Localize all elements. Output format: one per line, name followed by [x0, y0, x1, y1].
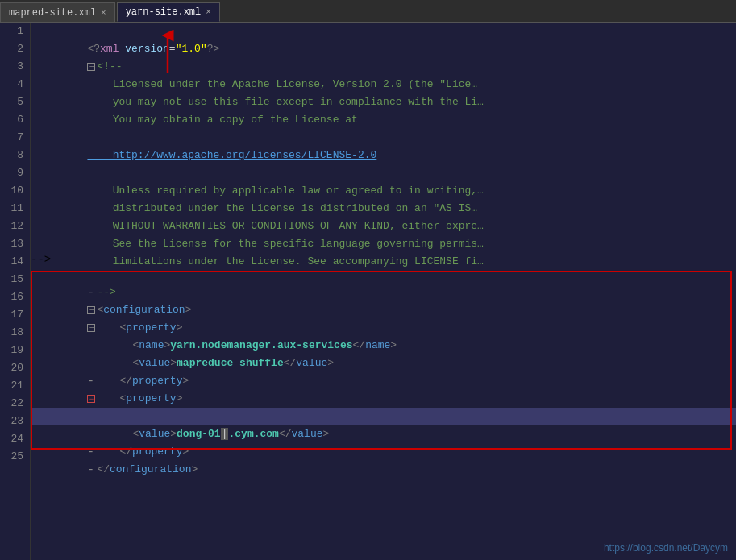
code-line-19: -</property>: [31, 355, 736, 372]
code-line-6: [31, 111, 736, 129]
tab-mapred-label: mapred-site.xml: [9, 7, 96, 19]
tab-yarn-close[interactable]: ×: [206, 7, 211, 17]
code-line-9: Unless required by applicable law or agr…: [31, 164, 736, 182]
ln-25: 25: [6, 448, 23, 466]
code-line-24: -</configuration>: [31, 443, 736, 461]
code-line-11: WITHOUT WARRANTIES OR CONDITIONS OF ANY …: [31, 200, 736, 218]
ln-2: 2: [6, 40, 23, 58]
ln-16: 16: [6, 288, 23, 306]
code-line-13: limitations under the License. See accom…: [31, 235, 736, 253]
ln-3: 3: [6, 58, 23, 76]
editor-container: mapred-site.xml × yarn-site.xml × 1 2 3 …: [0, 0, 736, 560]
code-line-25: [31, 461, 736, 479]
code-line-5: You may obtain a copy of the License at: [31, 93, 736, 111]
code-line-4: you may not use this file except in comp…: [31, 76, 736, 93]
ln-10: 10: [6, 182, 23, 200]
ln-23: 23: [6, 413, 23, 430]
ln-19: 19: [6, 342, 23, 359]
ln-18: 18: [6, 324, 23, 342]
ln-13: 13: [6, 235, 23, 253]
code-line-22: <value>dong-01|.cym.com</value>: [31, 408, 736, 425]
code-line-15: −<configuration>: [31, 284, 736, 301]
ln-22: 22: [6, 395, 23, 413]
tab-bar: mapred-site.xml × yarn-site.xml ×: [0, 0, 736, 23]
code-area[interactable]: <?xml version="1.0"?> −<!-- Licensed und…: [31, 23, 736, 560]
ln-9: 9: [6, 164, 23, 182]
code-line-18: <value>mapreduce_shuffle</value>: [31, 337, 736, 355]
tab-yarn[interactable]: yarn-site.xml ×: [117, 2, 220, 22]
line-numbers: 1 2 3 4 5 6 7 8 9 10 11 12 13 14 15 16 1…: [0, 23, 31, 560]
ln-1: 1: [6, 23, 23, 40]
ln-12: 12: [6, 218, 23, 235]
ln-4: 4: [6, 76, 23, 93]
code-line-16: −<property>: [31, 301, 736, 319]
ln-8: 8: [6, 147, 23, 164]
watermark: https://blog.csdn.net/Daycym: [604, 542, 728, 554]
ln-21: 21: [6, 377, 23, 395]
ln-24: 24: [6, 430, 23, 448]
code-line-12: See the License for the specific languag…: [31, 218, 736, 235]
code-line-1: <?xml version="1.0"?>: [31, 23, 736, 40]
tab-yarn-label: yarn-site.xml: [126, 6, 202, 18]
ln-6: 6: [6, 111, 23, 129]
tab-mapred-close[interactable]: ×: [101, 8, 106, 18]
code-line-10: distributed under the License is distrib…: [31, 182, 736, 200]
tab-mapred[interactable]: mapred-site.xml ×: [0, 2, 115, 22]
code-line-21: <name>yarn.resourcemanager.hostname</nam…: [31, 390, 736, 408]
ln-7: 7: [6, 129, 23, 147]
code-line-17: <name>yarn.nodemanager.aux-services</nam…: [31, 319, 736, 337]
code-line-20: −<property>: [31, 372, 736, 390]
code-line-14: --->: [31, 266, 736, 284]
code-line-23: -</property>: [31, 425, 736, 443]
ln-15: 15: [6, 271, 23, 288]
ln-17: 17: [6, 306, 23, 324]
ln-5: 5: [6, 93, 23, 111]
editor-area: 1 2 3 4 5 6 7 8 9 10 11 12 13 14 15 16 1…: [0, 23, 736, 560]
code-line-7: http://www.apache.org/licenses/LICENSE-2…: [31, 129, 736, 147]
ln-11: 11: [6, 200, 23, 218]
code-line-2: −<!--: [31, 40, 736, 58]
ln-20: 20: [6, 359, 23, 377]
code-line-8: [31, 147, 736, 164]
ln-14: 14: [6, 253, 23, 271]
code-line-3: Licensed under the Apache License, Versi…: [31, 58, 736, 76]
